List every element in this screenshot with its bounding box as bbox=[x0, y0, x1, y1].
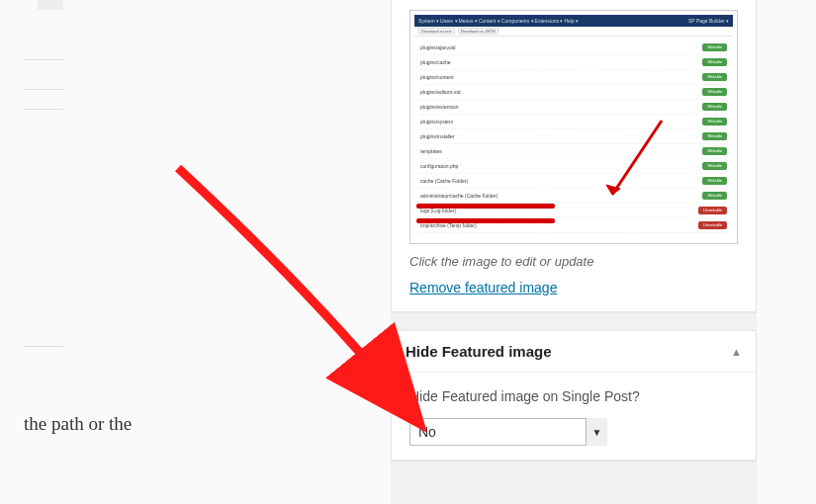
hide-featured-select[interactable]: No Yes bbox=[409, 418, 607, 446]
divider bbox=[24, 346, 63, 347]
table-row: cache (Cache Folder)Writable bbox=[420, 174, 727, 189]
field-label: Hide Featured image on Single Post? bbox=[409, 388, 738, 404]
menu-item: Components ▾ bbox=[501, 18, 534, 24]
menu-item: SP Page Builder ▾ bbox=[688, 18, 729, 24]
hide-featured-image-panel: Hide Featured image ▲ Hide Featured imag… bbox=[391, 330, 757, 461]
table-row: plugins/contentWritable bbox=[420, 70, 727, 85]
menu-item: Extensions ▾ bbox=[535, 18, 564, 24]
divider bbox=[24, 109, 63, 110]
table-row: plugins/editors-xtdWritable bbox=[420, 85, 727, 100]
status-badge: Writable bbox=[702, 192, 727, 200]
thumbnail-menubar: System ▾ Users ▾ Menus ▾ Content ▾ Compo… bbox=[414, 15, 733, 27]
status-badge: Writable bbox=[702, 58, 727, 66]
status-badge: Writable bbox=[702, 147, 727, 155]
status-badge: Writable bbox=[702, 43, 727, 51]
menu-item: Content ▾ bbox=[479, 18, 500, 24]
sidebar-metaboxes: System ▾ Users ▾ Menus ▾ Content ▾ Compo… bbox=[391, 0, 757, 504]
status-badge: Unwritable bbox=[698, 221, 727, 229]
svg-line-0 bbox=[612, 121, 662, 195]
featured-image-panel: System ▾ Users ▾ Menus ▾ Content ▾ Compo… bbox=[391, 0, 757, 312]
thumbnail-rows: plugins/ajaxvoidWritable plugins/cacheWr… bbox=[414, 37, 733, 239]
table-row: templatesWritable bbox=[420, 144, 727, 159]
status-badge: Unwritable bbox=[698, 207, 727, 214]
status-badge: Writable bbox=[702, 73, 727, 81]
thumbnail-toolbar: Download as text Download as JSON bbox=[414, 27, 733, 37]
remove-featured-image-link[interactable]: Remove featured image bbox=[392, 280, 575, 311]
status-badge: Writable bbox=[702, 118, 727, 126]
featured-image-hint: Click the image to edit or update bbox=[392, 250, 756, 279]
table-row: plugins/systemWritable bbox=[420, 115, 727, 129]
panel-title: Hide Featured image bbox=[406, 343, 552, 360]
divider bbox=[24, 89, 63, 90]
annotation-highlight bbox=[416, 218, 555, 223]
divider bbox=[24, 59, 63, 60]
annotation-highlight bbox=[416, 204, 555, 209]
cropped-block bbox=[38, 0, 63, 10]
menu-item: Menus ▾ bbox=[459, 18, 478, 24]
menu-item: System ▾ bbox=[418, 18, 439, 24]
toolbar-button: Download as JSON bbox=[458, 28, 499, 35]
table-row: administrator/cache (Cache Folder)Writab… bbox=[420, 189, 727, 204]
status-badge: Writable bbox=[702, 177, 727, 185]
table-row: plugins/cacheWritable bbox=[420, 55, 727, 70]
content-area: the path or the bbox=[0, 0, 257, 504]
menu-item: Users ▾ bbox=[440, 18, 457, 24]
table-row: plugins/extensionWritable bbox=[420, 100, 727, 115]
status-badge: Writable bbox=[702, 88, 727, 96]
featured-image-thumbnail[interactable]: System ▾ Users ▾ Menus ▾ Content ▾ Compo… bbox=[409, 10, 738, 244]
status-badge: Writable bbox=[702, 103, 727, 111]
content-text-fragment: the path or the bbox=[24, 413, 132, 435]
toolbar-button: Download as text bbox=[418, 28, 455, 35]
menu-item: Help ▾ bbox=[564, 18, 579, 24]
status-badge: Writable bbox=[702, 132, 727, 140]
status-badge: Writable bbox=[702, 162, 727, 170]
annotation-arrow-icon bbox=[602, 116, 672, 210]
table-row: configuration.phpWritable bbox=[420, 159, 727, 174]
table-row: plugins/ajaxvoidWritable bbox=[420, 41, 727, 55]
collapse-icon: ▲ bbox=[731, 346, 742, 358]
table-row: plugins/installerWritable bbox=[420, 129, 727, 144]
panel-toggle[interactable]: Hide Featured image ▲ bbox=[392, 331, 756, 373]
